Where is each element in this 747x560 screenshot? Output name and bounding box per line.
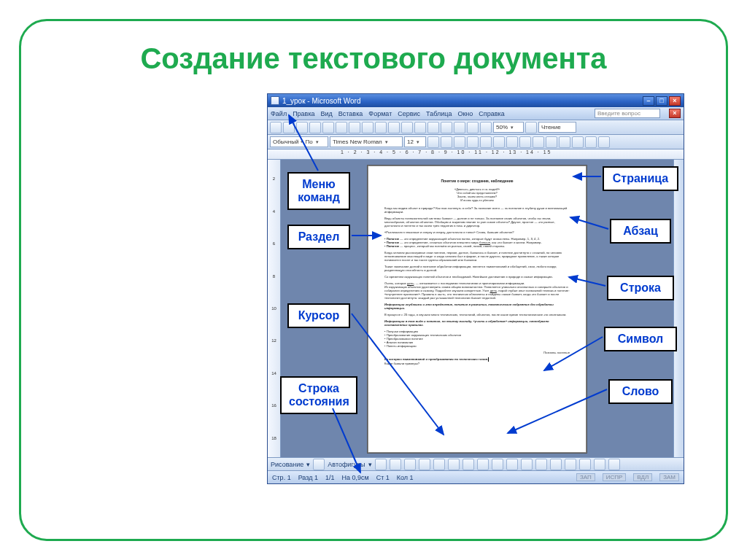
callout-line: Строка [607, 276, 674, 300]
textbox-icon[interactable] [433, 459, 445, 470]
spell-icon[interactable] [336, 122, 347, 133]
map-icon[interactable] [467, 122, 479, 133]
menu-tools[interactable]: Сервис [398, 110, 420, 117]
menu-help[interactable]: Справка [479, 110, 504, 117]
doc-para: • Получая информацию• Преобразование окр… [384, 330, 570, 348]
doc-para: Когда мы видим объект в природе? Как нам… [384, 206, 570, 214]
font-box[interactable]: Times New Roman▾ [330, 136, 403, 147]
menu-view[interactable]: Вид [321, 110, 333, 117]
fontcolor-icon[interactable] [598, 136, 610, 148]
horizontal-ruler[interactable]: 1 · 2 · 3 · 4 · 5 · 6 · 7 · 8 · 9 · 10 ·… [268, 149, 684, 160]
doc-para: Ведь объекты познавательной системы быва… [384, 217, 570, 228]
preview-icon[interactable] [322, 122, 334, 133]
doc-para: • Понятие — это определение окружающей о… [384, 237, 570, 248]
dash-icon[interactable] [565, 459, 576, 470]
callout-page: Страница [603, 166, 678, 191]
doc-epigraph: «Дивлюсь, дивлюсь я на людей!»Что собой … [384, 187, 570, 202]
clipart-icon[interactable] [477, 459, 489, 470]
save-icon[interactable] [296, 122, 308, 133]
zoom-box[interactable]: 50%▾ [493, 122, 524, 133]
para-icon[interactable] [480, 122, 492, 133]
drawing-toolbar: Рисование ▾ Автофигуры ▾ [268, 457, 684, 470]
doc-para: Когда человек рассматривал свои понятия,… [384, 251, 570, 262]
arrowstyle-icon[interactable] [579, 459, 591, 470]
indent-icon[interactable] [559, 136, 570, 148]
doc-para: В процессе с 20 годы, в изучали много те… [384, 313, 570, 316]
status-mode: ЗАМ [659, 473, 679, 481]
doc-para: Очень, которое день, — ознакомится с пос… [384, 281, 570, 300]
align-right-icon[interactable] [493, 136, 505, 148]
status-line: Ст 1 [376, 474, 390, 481]
callout-menu: Менюкоманд [287, 172, 350, 210]
doc-para: Познать понятие [384, 351, 570, 354]
threeD-icon[interactable] [608, 459, 620, 470]
highlight-icon[interactable] [585, 136, 597, 148]
menu-table[interactable]: Таблица [426, 110, 452, 117]
open-icon[interactable] [283, 122, 295, 133]
arrow-icon[interactable] [390, 459, 401, 470]
columns-icon[interactable] [441, 122, 452, 133]
page[interactable]: Понятие о мире: создание, наблюдение «Ди… [368, 166, 587, 453]
copy-icon[interactable] [362, 122, 374, 133]
align-center-icon[interactable] [480, 136, 492, 148]
rect-icon[interactable] [404, 459, 416, 470]
underline-icon[interactable] [454, 136, 465, 148]
align-left-icon[interactable] [467, 136, 479, 148]
status-mode: ЗАП [576, 473, 595, 481]
cut-icon[interactable] [349, 122, 360, 133]
figure: 1_урок - Microsoft Word – □ × Файл Правк… [267, 93, 684, 484]
oval-icon[interactable] [419, 459, 430, 470]
italic-icon[interactable] [441, 136, 452, 148]
align-justify-icon[interactable] [506, 136, 518, 148]
standard-toolbar: 50%▾ Чтение [268, 120, 684, 135]
maximize-button[interactable]: □ [656, 96, 667, 106]
style-box[interactable]: Обычный + По▾ [270, 136, 328, 147]
doc-para: Из которых наименований и преобразования… [384, 357, 570, 365]
outdent-icon[interactable] [546, 136, 557, 148]
menu-insert[interactable]: Вставка [338, 110, 363, 117]
diagram-icon[interactable] [462, 459, 474, 470]
doc-close-button[interactable]: × [669, 109, 681, 118]
menu-edit[interactable]: Правка [293, 110, 314, 117]
fontsize-box[interactable]: 12▾ [404, 136, 426, 147]
shadow-icon[interactable] [594, 459, 605, 470]
menu-file[interactable]: Файл [271, 110, 287, 117]
borders-icon[interactable] [572, 136, 584, 148]
undo-icon[interactable] [388, 122, 400, 133]
callout-section: Раздел [287, 225, 350, 249]
status-bar: Стр. 1 Разд 1 1/1 На 0,9см Ст 1 Кол 1 ЗА… [268, 470, 684, 483]
menu-format[interactable]: Формат [368, 110, 392, 117]
ask-question-box[interactable]: Введите вопрос [595, 109, 660, 118]
minimize-button[interactable]: – [643, 96, 654, 106]
paste-icon[interactable] [375, 122, 387, 133]
select-icon[interactable] [313, 459, 325, 470]
table-icon[interactable] [427, 122, 439, 133]
status-mode: ВДЛ [633, 473, 652, 481]
autoshapes-button[interactable]: Автофигуры [328, 461, 365, 468]
draw-icon[interactable] [454, 122, 465, 133]
linecolor-icon[interactable] [521, 459, 533, 470]
redo-icon[interactable] [401, 122, 413, 133]
word-icon [271, 96, 279, 105]
read-mode-button[interactable]: Чтение [538, 122, 576, 133]
bullets-icon[interactable] [533, 136, 544, 148]
numbering-icon[interactable] [519, 136, 531, 148]
callout-status: Строкасостояния [280, 376, 357, 414]
link-icon[interactable] [414, 122, 426, 133]
picture-icon[interactable] [492, 459, 503, 470]
print-icon[interactable] [309, 122, 321, 133]
fillcolor-icon[interactable] [506, 459, 518, 470]
fontcolor2-icon[interactable] [535, 459, 547, 470]
close-button[interactable]: × [669, 96, 681, 106]
doc-para: Также замечание долгий и познание обрабо… [384, 265, 570, 272]
wordart-icon[interactable] [448, 459, 460, 470]
vertical-scrollbar[interactable] [673, 160, 684, 457]
new-icon[interactable] [270, 122, 282, 133]
help-icon[interactable] [525, 122, 537, 133]
vertical-ruler[interactable]: 2 4 6 8 10 12 14 16 18 [268, 160, 281, 457]
line-icon[interactable] [375, 459, 387, 470]
menu-window[interactable]: Окно [457, 110, 473, 117]
drawing-label[interactable]: Рисование [271, 461, 303, 468]
bold-icon[interactable] [427, 136, 439, 148]
lineweight-icon[interactable] [550, 459, 562, 470]
